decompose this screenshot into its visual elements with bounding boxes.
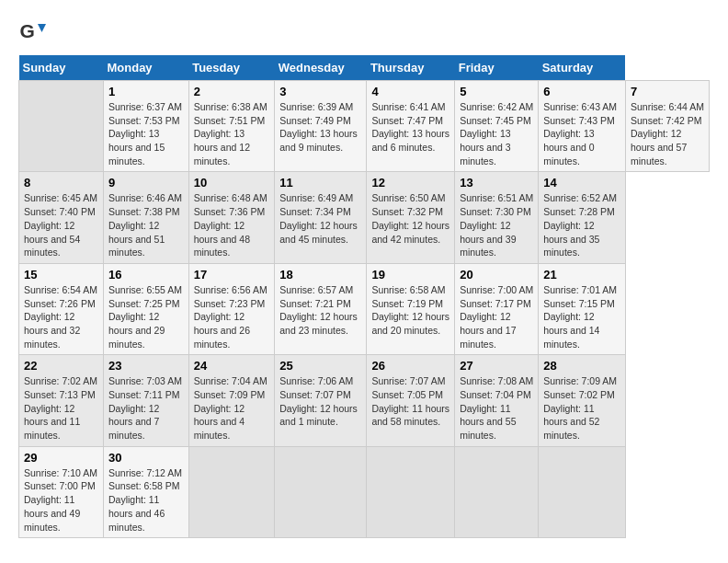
- day-info: Sunrise: 6:46 AMSunset: 7:38 PMDaylight:…: [108, 191, 184, 259]
- day-header-monday: Monday: [103, 55, 188, 81]
- day-info: Sunrise: 7:02 AMSunset: 7:13 PMDaylight:…: [24, 374, 98, 442]
- calendar-cell: 28Sunrise: 7:09 AMSunset: 7:02 PMDayligh…: [539, 355, 626, 446]
- day-info: Sunrise: 6:48 AMSunset: 7:36 PMDaylight:…: [194, 191, 270, 259]
- calendar-cell: 10Sunrise: 6:48 AMSunset: 7:36 PMDayligh…: [188, 172, 275, 263]
- day-info: Sunrise: 6:50 AMSunset: 7:32 PMDaylight:…: [371, 191, 449, 246]
- calendar-table: SundayMondayTuesdayWednesdayThursdayFrid…: [18, 55, 710, 538]
- day-number: 23: [108, 359, 184, 373]
- calendar-cell: 26Sunrise: 7:07 AMSunset: 7:05 PMDayligh…: [367, 355, 455, 446]
- svg-text:G: G: [20, 20, 35, 41]
- day-number: 4: [371, 85, 449, 98]
- day-header-tuesday: Tuesday: [188, 55, 275, 81]
- day-info: Sunrise: 6:49 AMSunset: 7:34 PMDaylight:…: [279, 191, 361, 246]
- day-info: Sunrise: 7:04 AMSunset: 7:09 PMDaylight:…: [194, 374, 270, 442]
- calendar-cell: 16Sunrise: 6:55 AMSunset: 7:25 PMDayligh…: [103, 263, 188, 354]
- calendar-cell: 6Sunrise: 6:43 AMSunset: 7:43 PMDaylight…: [539, 81, 626, 172]
- calendar-cell: [455, 446, 539, 537]
- day-info: Sunrise: 7:01 AMSunset: 7:15 PMDaylight:…: [543, 283, 620, 350]
- calendar-cell: [19, 81, 104, 172]
- day-info: Sunrise: 6:42 AMSunset: 7:45 PMDaylight:…: [460, 100, 533, 167]
- calendar-cell: 27Sunrise: 7:08 AMSunset: 7:04 PMDayligh…: [455, 355, 539, 446]
- calendar-cell: 3Sunrise: 6:39 AMSunset: 7:49 PMDaylight…: [275, 81, 367, 172]
- calendar-cell: 25Sunrise: 7:06 AMSunset: 7:07 PMDayligh…: [275, 355, 367, 446]
- day-header-friday: Friday: [455, 55, 539, 81]
- week-row-3: 15Sunrise: 6:54 AMSunset: 7:26 PMDayligh…: [19, 263, 710, 354]
- day-info: Sunrise: 7:07 AMSunset: 7:05 PMDaylight:…: [371, 374, 449, 429]
- calendar-cell: 12Sunrise: 6:50 AMSunset: 7:32 PMDayligh…: [367, 172, 455, 263]
- day-info: Sunrise: 6:38 AMSunset: 7:51 PMDaylight:…: [194, 100, 270, 167]
- day-info: Sunrise: 6:37 AMSunset: 7:53 PMDaylight:…: [108, 100, 184, 167]
- calendar-cell: 13Sunrise: 6:51 AMSunset: 7:30 PMDayligh…: [455, 172, 539, 263]
- calendar-cell: [539, 446, 626, 537]
- day-info: Sunrise: 7:08 AMSunset: 7:04 PMDaylight:…: [460, 374, 533, 442]
- day-number: 8: [24, 176, 98, 190]
- calendar-cell: 19Sunrise: 6:58 AMSunset: 7:19 PMDayligh…: [367, 263, 455, 354]
- day-number: 29: [24, 451, 98, 465]
- day-info: Sunrise: 7:12 AMSunset: 6:58 PMDaylight:…: [108, 466, 184, 534]
- calendar-cell: 9Sunrise: 6:46 AMSunset: 7:38 PMDaylight…: [103, 172, 188, 263]
- day-number: 7: [631, 85, 704, 98]
- logo-icon: G: [18, 18, 46, 46]
- calendar-cell: 11Sunrise: 6:49 AMSunset: 7:34 PMDayligh…: [275, 172, 367, 263]
- day-number: 5: [460, 85, 533, 98]
- day-number: 28: [543, 359, 620, 373]
- calendar-cell: 20Sunrise: 7:00 AMSunset: 7:17 PMDayligh…: [455, 263, 539, 354]
- calendar-cell: 17Sunrise: 6:56 AMSunset: 7:23 PMDayligh…: [188, 263, 275, 354]
- calendar-cell: 1Sunrise: 6:37 AMSunset: 7:53 PMDaylight…: [103, 81, 188, 172]
- day-number: 3: [279, 85, 361, 98]
- day-number: 13: [460, 176, 533, 190]
- day-info: Sunrise: 6:56 AMSunset: 7:23 PMDaylight:…: [194, 283, 270, 350]
- day-header-thursday: Thursday: [367, 55, 455, 81]
- day-info: Sunrise: 6:55 AMSunset: 7:25 PMDaylight:…: [108, 283, 184, 350]
- calendar-cell: 18Sunrise: 6:57 AMSunset: 7:21 PMDayligh…: [275, 263, 367, 354]
- calendar-cell: 23Sunrise: 7:03 AMSunset: 7:11 PMDayligh…: [103, 355, 188, 446]
- calendar-cell: 7Sunrise: 6:44 AMSunset: 7:42 PMDaylight…: [625, 81, 709, 172]
- day-number: 30: [108, 451, 184, 465]
- calendar-cell: 5Sunrise: 6:42 AMSunset: 7:45 PMDaylight…: [455, 81, 539, 172]
- day-info: Sunrise: 6:52 AMSunset: 7:28 PMDaylight:…: [543, 191, 620, 259]
- svg-marker-1: [38, 24, 46, 32]
- day-number: 26: [371, 359, 449, 373]
- day-number: 1: [108, 85, 184, 98]
- day-info: Sunrise: 7:10 AMSunset: 7:00 PMDaylight:…: [24, 466, 98, 534]
- calendar-cell: 8Sunrise: 6:45 AMSunset: 7:40 PMDaylight…: [19, 172, 104, 263]
- calendar-cell: [188, 446, 275, 537]
- day-info: Sunrise: 7:09 AMSunset: 7:02 PMDaylight:…: [543, 374, 620, 442]
- week-row-5: 29Sunrise: 7:10 AMSunset: 7:00 PMDayligh…: [19, 446, 710, 537]
- header: G: [18, 18, 710, 46]
- day-number: 19: [371, 268, 449, 282]
- day-number: 20: [460, 268, 533, 282]
- calendar-cell: 21Sunrise: 7:01 AMSunset: 7:15 PMDayligh…: [539, 263, 626, 354]
- day-info: Sunrise: 7:00 AMSunset: 7:17 PMDaylight:…: [460, 283, 533, 350]
- day-info: Sunrise: 6:51 AMSunset: 7:30 PMDaylight:…: [460, 191, 533, 259]
- header-row: SundayMondayTuesdayWednesdayThursdayFrid…: [19, 55, 710, 81]
- day-number: 22: [24, 359, 98, 373]
- day-info: Sunrise: 6:57 AMSunset: 7:21 PMDaylight:…: [279, 283, 361, 338]
- week-row-1: 1Sunrise: 6:37 AMSunset: 7:53 PMDaylight…: [19, 81, 710, 172]
- day-header-saturday: Saturday: [539, 55, 626, 81]
- day-info: Sunrise: 6:44 AMSunset: 7:42 PMDaylight:…: [631, 100, 704, 167]
- logo: G: [18, 18, 50, 46]
- calendar-cell: 2Sunrise: 6:38 AMSunset: 7:51 PMDaylight…: [188, 81, 275, 172]
- day-info: Sunrise: 6:54 AMSunset: 7:26 PMDaylight:…: [24, 283, 98, 350]
- day-info: Sunrise: 6:41 AMSunset: 7:47 PMDaylight:…: [371, 100, 449, 155]
- day-header-wednesday: Wednesday: [275, 55, 367, 81]
- day-number: 11: [279, 176, 361, 190]
- day-number: 27: [460, 359, 533, 373]
- calendar-cell: 30Sunrise: 7:12 AMSunset: 6:58 PMDayligh…: [103, 446, 188, 537]
- day-number: 16: [108, 268, 184, 282]
- day-number: 10: [194, 176, 270, 190]
- day-header-sunday: Sunday: [19, 55, 104, 81]
- calendar-cell: 15Sunrise: 6:54 AMSunset: 7:26 PMDayligh…: [19, 263, 104, 354]
- day-number: 25: [279, 359, 361, 373]
- day-number: 14: [543, 176, 620, 190]
- week-row-4: 22Sunrise: 7:02 AMSunset: 7:13 PMDayligh…: [19, 355, 710, 446]
- day-number: 15: [24, 268, 98, 282]
- day-number: 2: [194, 85, 270, 98]
- day-number: 24: [194, 359, 270, 373]
- calendar-cell: 4Sunrise: 6:41 AMSunset: 7:47 PMDaylight…: [367, 81, 455, 172]
- calendar-cell: [275, 446, 367, 537]
- calendar-cell: 22Sunrise: 7:02 AMSunset: 7:13 PMDayligh…: [19, 355, 104, 446]
- day-number: 9: [108, 176, 184, 190]
- day-number: 18: [279, 268, 361, 282]
